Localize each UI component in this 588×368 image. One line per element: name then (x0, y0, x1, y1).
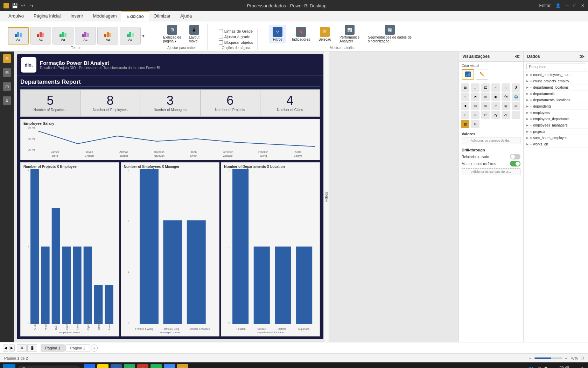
viz-icon-filled-map[interactable]: 🌍 (512, 93, 520, 101)
add-campos-button[interactable]: Adicionar os campos de da... (462, 137, 520, 144)
theme-3[interactable]: Aa (52, 27, 74, 45)
theme-2[interactable]: Aa (30, 27, 51, 45)
data-item-count-emp-man[interactable]: ▶≡ count_employees_man... (524, 72, 588, 78)
layout-movel-button[interactable]: 📱 Layoutmóvel (186, 23, 203, 45)
viz-icon-stacked[interactable]: ≡ (491, 83, 500, 92)
data-item-dependents[interactable]: ▶≡ dependents (524, 103, 588, 110)
viz-icon-line[interactable]: 📈 (471, 83, 479, 92)
data-item-count-proj-emp[interactable]: ▶≡ count_projects_employ... (524, 78, 588, 84)
viz-icon-python[interactable]: Py (491, 111, 500, 119)
taskbar-app-spotify[interactable]: ♫ (150, 364, 162, 368)
tab-pagina-inicial[interactable]: Página Inicial (29, 11, 65, 21)
viz-icon-matrix[interactable]: ⊟ (461, 111, 469, 119)
viz-icon-ribbon[interactable]: 🎗 (512, 83, 520, 92)
data-item-projects[interactable]: ▶≡ projects (524, 129, 588, 135)
tab-exibicao[interactable]: Exibição (121, 11, 148, 21)
exibicao-pagina-button[interactable]: ⊞ Exibição depágina ▾ (160, 23, 184, 45)
indicadores-button[interactable]: 🔖 Indicadores (289, 26, 313, 43)
signin-button[interactable]: Entrar (539, 3, 551, 8)
filtros-button[interactable]: ▿ Filtros (269, 25, 286, 43)
zoom-out-button[interactable]: − (529, 356, 531, 360)
page-tab-2[interactable]: Página 2 (65, 344, 90, 352)
report-view-icon[interactable]: ⊟ (3, 54, 11, 63)
data-item-depts-locs[interactable]: ▶≡ departaments_locations (524, 97, 588, 103)
viz-icon-decomp[interactable]: ▨ (461, 120, 469, 128)
taskbar-app-edge[interactable]: e (84, 364, 95, 368)
notification-icon[interactable]: 🔔 (579, 367, 585, 368)
taskbar-app-powerpoint[interactable]: P (137, 364, 148, 368)
save-button[interactable]: 💾 (12, 3, 18, 8)
desktop-view-button[interactable]: 🖥 (17, 344, 27, 352)
viz-icon-table[interactable]: ⊞ (512, 102, 520, 110)
taskbar-search[interactable]: 🔍 Pesquisar 🎙 (18, 366, 80, 368)
viz-icon-multi-card[interactable]: ⧉ (481, 102, 490, 110)
viz-icon-area[interactable]: 🗠 (481, 83, 490, 92)
edit-visual-button[interactable]: ✏️ (476, 69, 488, 80)
viz-icon-donut[interactable]: ◎ (481, 93, 490, 101)
ajustar-grade-checkbox[interactable]: Ajustar à grade (219, 35, 253, 39)
tab-ajuda[interactable]: Ajuda (175, 11, 197, 21)
data-search-input[interactable] (526, 63, 585, 70)
zoom-in-button[interactable]: + (565, 356, 567, 360)
redo-button[interactable]: ↪ (29, 3, 34, 8)
viz-icon-ai[interactable]: AI (502, 111, 510, 119)
taskbar-app-excel[interactable]: X (124, 364, 135, 368)
theme-4[interactable]: Aa (75, 27, 96, 45)
viz-icon-waterfall[interactable]: ⬦ (502, 83, 510, 92)
fit-page-button[interactable]: ⊡ (581, 356, 584, 360)
segmentacoes-button[interactable]: 🔄 Segmentações de dados desincronização (365, 23, 414, 45)
data-item-dept-loc[interactable]: ▶≡ departament_locations (524, 84, 588, 91)
taskbar-app-terminal[interactable]: >_ (190, 364, 202, 368)
viz-icon-bar[interactable]: ▦ (461, 83, 469, 92)
themes-more-button[interactable]: ▾ (142, 33, 145, 39)
viz-icon-scatter[interactable]: ⊹ (461, 93, 469, 101)
viz-icon-slicer[interactable]: ▤ (502, 102, 510, 110)
viz-icon-gauge[interactable]: ◑ (461, 102, 469, 110)
data-view-icon[interactable]: ⊞ (3, 68, 11, 77)
tab-inserir[interactable]: Inserir (65, 11, 88, 21)
tab-otimizar[interactable]: Otimizar (149, 11, 175, 21)
viz-icon-qa[interactable]: ⊞ (471, 120, 479, 128)
maximize-button[interactable]: □ (574, 3, 576, 8)
tab-arquivo[interactable]: Arquivo (4, 11, 29, 21)
close-button[interactable]: ✕ (581, 3, 584, 8)
viz-panel-collapse[interactable]: ≪ (514, 54, 520, 59)
ai-visual-button[interactable] (462, 69, 474, 80)
show-desktop-button[interactable]: ▭ (572, 367, 576, 368)
linhas-grade-checkbox[interactable]: Linhas de Grade (219, 29, 253, 33)
theme-1[interactable]: Aa (8, 27, 29, 45)
data-item-works-on[interactable]: ▶≡ works_on (524, 141, 588, 148)
relatorio-cruzado-toggle[interactable] (510, 154, 520, 159)
viz-icon-card[interactable]: ▭ (471, 102, 479, 110)
viz-icon-r[interactable]: R (481, 111, 490, 119)
undo-button[interactable]: ↩ (20, 3, 26, 8)
filtros-tab[interactable]: Filtros (323, 52, 329, 342)
viz-icon-pie[interactable]: ◔ (471, 93, 479, 101)
dax-view-icon[interactable]: ≡ (3, 96, 11, 105)
taskbar-app-chrome[interactable]: 🌐 (164, 364, 175, 368)
performance-button[interactable]: 📊 PerformanceAnalyzer (337, 23, 362, 45)
tab-modelagem[interactable]: Modelagem (88, 11, 122, 21)
page-tab-1[interactable]: Página 1 (41, 344, 65, 352)
data-panel-expand[interactable]: ≫ (579, 54, 584, 59)
data-item-emp-depts[interactable]: ▶≡ employees_departame... (524, 116, 588, 122)
manter-filtros-toggle[interactable] (510, 161, 520, 166)
viz-icon-more[interactable]: ··· (512, 111, 520, 119)
taskbar-app-folder[interactable]: 📁 (97, 364, 108, 368)
data-item-sum-hours[interactable]: ▶≡ sum_hours_employee (524, 135, 588, 141)
page-prev-button[interactable]: ◀ (3, 345, 8, 352)
data-item-emp-mgrs[interactable]: ▶≡ employees_managers (524, 122, 588, 129)
theme-5[interactable]: Aa (97, 27, 118, 45)
viz-icon-funnel[interactable]: ⊿ (471, 111, 479, 119)
taskbar-app-word[interactable]: W (111, 364, 122, 368)
viz-icon-treemap[interactable]: ▣ (491, 93, 500, 101)
data-item-depts[interactable]: ▶≡ departaments (524, 91, 588, 97)
add-page-button[interactable]: + (91, 345, 98, 352)
selecao-button[interactable]: ☰ Seleção (316, 26, 334, 43)
minimize-button[interactable]: ─ (566, 3, 569, 8)
user-icon[interactable]: 👤 (555, 3, 561, 8)
page-next-button[interactable]: ▶ (9, 345, 15, 352)
start-button[interactable]: ⊞ (3, 364, 15, 368)
mobile-view-button[interactable]: 📱 (27, 344, 37, 352)
taskbar-app-powerbi[interactable]: PBI (177, 364, 188, 368)
